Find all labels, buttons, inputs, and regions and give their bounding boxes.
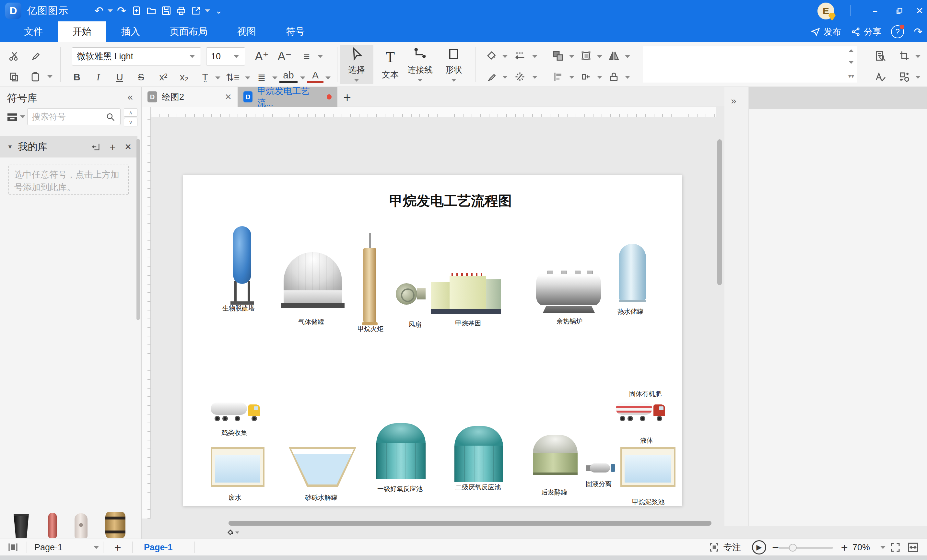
effect-caret[interactable] [532,76,537,79]
container-frame-icon[interactable] [577,47,595,64]
strikethrough-icon[interactable]: S [133,69,149,85]
font-color-icon[interactable]: A [307,69,324,83]
panel-collapse-icon[interactable]: « [128,91,133,102]
gallery-up-caret[interactable] [849,49,854,52]
flip-caret[interactable] [625,55,630,58]
close-button[interactable]: ✕ [912,3,927,18]
equipment-solid-liquid-separator[interactable] [586,460,615,476]
align-objects-caret[interactable] [569,76,574,79]
export-dropdown-caret[interactable] [205,9,210,12]
canvas-vertical-scrollbar[interactable] [717,140,722,285]
line-style-caret[interactable] [532,55,537,58]
focus-mode-button[interactable]: 专注 [708,539,741,556]
line-spacing-caret[interactable] [245,76,250,79]
equipment-label[interactable]: 甲烷泥浆池 [632,498,664,507]
equipment-label[interactable]: 固体有机肥 [629,390,661,398]
document-tab[interactable]: D 绘图2 ✕ [141,87,238,107]
equipment-post-digester[interactable] [533,435,577,475]
equipment-fan[interactable] [396,282,426,307]
equipment-label[interactable]: 余热锅炉 [556,317,582,326]
bullet-list-caret[interactable] [272,76,277,79]
lock-icon[interactable] [605,69,623,85]
equipment-label[interactable]: 甲烷火炬 [357,325,383,334]
text-transform-caret[interactable] [215,76,220,79]
undo-dropdown-caret[interactable] [108,9,113,12]
equipment-bio-desulfurization-tower[interactable] [232,226,252,307]
resize-caret[interactable] [597,76,602,79]
zoom-in-icon[interactable]: ＋ [839,539,850,556]
brush-style-caret[interactable] [502,76,508,79]
effect-icon[interactable] [510,69,530,85]
menu-tab-开始[interactable]: 开始 [58,21,106,42]
container-caret[interactable] [597,55,602,58]
bold-icon[interactable]: B [69,69,85,85]
wood-barrel-symbol[interactable] [105,512,125,538]
save-icon[interactable] [159,3,174,18]
bullet-list-icon[interactable]: ≣ [253,69,271,85]
equipment-wastewater-basin[interactable] [211,447,264,487]
equipment-label[interactable]: 气体储罐 [298,317,324,326]
zoom-level-caret[interactable] [880,546,886,549]
undo-icon[interactable]: ↶ [91,3,106,18]
text-tool-button[interactable]: T 文本 [373,45,407,84]
equipment-label[interactable]: 废水 [228,493,242,502]
canister-symbol[interactable] [74,513,88,538]
equipment-label[interactable]: 一级好氧反应池 [377,484,422,493]
crop-caret[interactable] [915,55,921,58]
open-folder-icon[interactable] [144,3,159,18]
gallery-down-caret[interactable] [849,61,854,64]
minimize-button[interactable] [868,3,883,18]
copy-icon[interactable] [5,69,23,85]
publish-button[interactable]: 发布 [811,26,841,38]
zoom-out-icon[interactable]: − [772,539,779,556]
bucket-symbol[interactable] [12,514,30,538]
cut-icon[interactable] [5,48,23,64]
equipment-gas-storage-tank[interactable] [284,252,342,308]
change-shape-caret[interactable] [915,76,921,79]
underline-icon[interactable]: U [111,69,128,85]
flip-icon[interactable] [605,47,623,64]
align-text-icon[interactable]: ≡ [298,48,316,65]
scroll-up-button[interactable]: ∧ [124,108,137,117]
select-tool-button[interactable]: 选择 [340,45,373,84]
subscript-icon[interactable]: x₂ [175,69,193,85]
fill-color-icon[interactable] [483,47,500,64]
presentation-play-icon[interactable]: ▶ [752,540,766,554]
active-page-tab[interactable]: Page-1 [144,539,173,556]
document-tab-active[interactable]: D 甲烷发电工艺流... [238,87,337,107]
equipment-methane-flare[interactable] [363,233,377,325]
equipment-label[interactable]: 甲烷基因 [455,319,481,328]
equipment-label[interactable]: 液体 [640,436,653,445]
equipment-label[interactable]: 后发酵罐 [541,488,567,497]
shape-tool-button[interactable]: 形状 [437,45,471,84]
my-library-header[interactable]: ▼ 我的库 ＋ ✕ [0,136,137,158]
feedback-icon[interactable]: ↷ [914,26,922,38]
spellcheck-icon[interactable] [871,69,889,85]
equipment-label[interactable]: 固液分离 [586,480,612,489]
zoom-level-value[interactable]: 70% [853,539,870,556]
equipment-label[interactable]: 砂砾水解罐 [305,493,337,502]
superscript-icon[interactable]: x² [154,69,172,85]
change-shape-icon[interactable] [895,69,913,85]
import-symbol-icon[interactable] [91,142,100,151]
text-highlight-caret[interactable] [300,76,305,79]
paste-dropdown-caret[interactable] [47,75,53,78]
collapse-ribbon-icon[interactable]: ⌄ [211,3,226,18]
fullscreen-icon[interactable] [889,539,901,556]
palette-fill-icon[interactable] [227,526,240,539]
equipment-secondary-anaerobic-reactor[interactable] [454,426,503,482]
share-button[interactable]: 分享 [851,26,881,38]
font-color-caret[interactable] [325,76,331,79]
add-symbol-icon[interactable]: ＋ [108,140,117,153]
redo-icon[interactable]: ↷ [114,3,129,18]
equipment-label[interactable]: 鸡类收集 [221,428,247,437]
text-highlight-icon[interactable]: ab [280,69,298,83]
format-painter-icon[interactable] [27,48,44,64]
italic-icon[interactable]: I [90,69,106,85]
resize-distribute-icon[interactable] [577,69,595,85]
remove-library-icon[interactable]: ✕ [125,142,132,152]
page-dropdown[interactable]: Page-1 [34,539,100,556]
group-caret[interactable] [569,55,574,58]
equipment-manure-collection-truck[interactable] [211,400,262,421]
canvas-horizontal-scrollbar[interactable] [228,521,711,526]
